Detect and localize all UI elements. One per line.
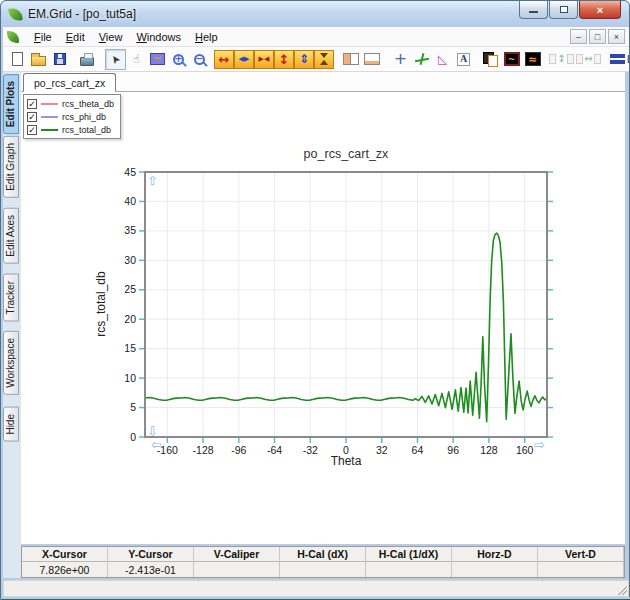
resize-grip[interactable] bbox=[616, 584, 627, 595]
pan-tool-button[interactable]: ☝ bbox=[126, 49, 147, 70]
mdi-restore-button[interactable]: □ bbox=[589, 29, 606, 44]
sidebar-tab-edit-axes[interactable]: Edit Axes bbox=[3, 208, 19, 264]
tile-h-icon: ↔ bbox=[575, 54, 601, 64]
title-bar[interactable]: EM.Grid - [po_tut5a] × bbox=[1, 1, 629, 27]
document-icon bbox=[7, 31, 19, 43]
tracker-value bbox=[194, 562, 280, 577]
checkbox-rcs_total_db[interactable]: ✓ bbox=[27, 125, 37, 135]
tracker-header: Horz-D bbox=[452, 547, 538, 562]
checkbox-rcs_phi_db[interactable]: ✓ bbox=[27, 112, 37, 122]
letter-a-icon: A bbox=[457, 53, 470, 66]
dark-plot-style-1-button[interactable]: ~ bbox=[501, 49, 522, 70]
rect-vsplit-icon bbox=[343, 53, 359, 65]
expand-x-button[interactable]: ↔ bbox=[214, 50, 234, 69]
mdi-minimize-button[interactable]: – bbox=[570, 29, 587, 44]
tracker-header: H-Cal (1/dX) bbox=[366, 547, 452, 562]
status-bar bbox=[3, 580, 629, 597]
tracker-header-row: X-CursorY-CursorV-CaliperH-Cal (dX)H-Cal… bbox=[22, 547, 624, 562]
triangle-icon: ◺ bbox=[438, 53, 447, 65]
pan-right-arrow-icon[interactable]: ⇨ bbox=[534, 437, 545, 452]
tracker-value: 7.826e+00 bbox=[22, 562, 108, 577]
new-document-button[interactable] bbox=[7, 49, 28, 70]
sidebar-tab-workspace[interactable]: Workspace bbox=[3, 331, 19, 395]
sidebar-tab-tracker[interactable]: Tracker bbox=[3, 274, 19, 322]
split-horizontal-button[interactable] bbox=[361, 49, 382, 70]
zoom-in-icon: + bbox=[173, 54, 184, 65]
shrink-x-button[interactable]: ◀▶ bbox=[234, 50, 254, 69]
tile-v-icon: ↕ bbox=[548, 54, 574, 64]
zoom-region-tool-button[interactable]: ~ bbox=[147, 49, 168, 70]
arrows-v-blue-icon: ⇕ bbox=[299, 53, 309, 65]
layout-label: Layou bbox=[627, 54, 629, 65]
pointer-tool-button[interactable]: ➤ bbox=[105, 49, 126, 70]
tile-horizontal-button: ↔ bbox=[578, 49, 599, 70]
arrows-v-red-icon: ↕ bbox=[279, 53, 290, 66]
y-tick-label: 45 bbox=[124, 166, 136, 178]
menu-view[interactable]: View bbox=[92, 29, 130, 45]
chart-title: po_rcs_cart_zx bbox=[145, 147, 547, 161]
dark-chart-2-icon: ≈ bbox=[525, 52, 541, 66]
save-button[interactable] bbox=[49, 49, 70, 70]
crosshair-tool-button[interactable]: + bbox=[390, 49, 411, 70]
restore-button[interactable] bbox=[549, 1, 578, 19]
app-icon bbox=[8, 7, 23, 22]
expand-y-button[interactable]: ↕ bbox=[274, 50, 294, 69]
cross-icon: + bbox=[394, 51, 407, 67]
mdi-close-button[interactable]: × bbox=[608, 29, 625, 44]
zoom-out-icon: − bbox=[194, 54, 205, 65]
menu-file[interactable]: File bbox=[27, 29, 59, 45]
menu-help[interactable]: Help bbox=[188, 29, 225, 45]
menu-edit[interactable]: Edit bbox=[59, 29, 92, 45]
toolbar: ➤☝~+−↔◀▶▶◀↕⇕+◺A~≈↕↔Layou bbox=[3, 47, 629, 72]
y-tick-label: 5 bbox=[130, 401, 136, 413]
legend-line-swatch bbox=[41, 103, 58, 105]
dark-plot-style-2-button[interactable]: ≈ bbox=[522, 49, 543, 70]
x-axis-label: Theta bbox=[145, 454, 547, 468]
pan-up-arrow-icon[interactable]: ⇧ bbox=[147, 173, 158, 188]
sidebar-tab-hide[interactable]: Hide bbox=[3, 407, 19, 442]
zoom-in-button[interactable]: + bbox=[168, 49, 189, 70]
y-axis-label: rcs_total_db bbox=[94, 271, 108, 336]
floppy-icon bbox=[54, 53, 66, 65]
pan-left-arrow-icon[interactable]: ⇦ bbox=[151, 437, 162, 452]
arrows-h-blue-icon: ◀▶ bbox=[239, 56, 250, 63]
tracker-value: -2.413e-01 bbox=[108, 562, 194, 577]
y-tick-label: 30 bbox=[124, 254, 136, 266]
angle-tool-button[interactable]: ◺ bbox=[432, 49, 453, 70]
y-tick-label: 20 bbox=[124, 313, 136, 325]
tracker-value bbox=[452, 562, 538, 577]
fit-y-button[interactable] bbox=[314, 50, 334, 69]
fit-x-button[interactable]: ▶◀ bbox=[254, 50, 274, 69]
zoom-out-button[interactable]: − bbox=[189, 49, 210, 70]
sidebar-tab-edit-graph[interactable]: Edit Graph bbox=[3, 136, 19, 198]
legend-item-rcs_total_db: ✓rcs_total_db bbox=[27, 123, 114, 136]
tracker-header: X-Cursor bbox=[22, 547, 108, 562]
document-tab-bar: po_rcs_cart_zx bbox=[21, 72, 625, 92]
split-vertical-button[interactable] bbox=[340, 49, 361, 70]
app-window: EM.Grid - [po_tut5a] × File Edit View Wi… bbox=[0, 0, 630, 600]
y-tick-label: 0 bbox=[130, 431, 136, 443]
layout-button[interactable]: Layou bbox=[607, 49, 629, 70]
overlay-windows-button[interactable] bbox=[480, 49, 501, 70]
text-annotation-button[interactable]: A bbox=[453, 49, 474, 70]
y-tick-label: 15 bbox=[124, 342, 136, 354]
shrink-y-button[interactable]: ⇕ bbox=[294, 50, 314, 69]
open-file-button[interactable] bbox=[28, 49, 49, 70]
printer-icon bbox=[80, 57, 94, 66]
tracker-value-row: 7.826e+00-2.413e-01 bbox=[22, 562, 624, 577]
overlay-icon bbox=[483, 52, 498, 67]
restore-icon bbox=[560, 6, 568, 13]
plot-canvas[interactable]: -160-128-96-64-3203264961281600510152025… bbox=[21, 92, 625, 544]
cursor-icon: ➤ bbox=[108, 52, 122, 66]
close-button[interactable]: × bbox=[579, 1, 621, 19]
axes-tool-button[interactable] bbox=[411, 49, 432, 70]
plot-legend: ✓rcs_theta_db✓rcs_phi_db✓rcs_total_db bbox=[23, 94, 121, 139]
sidebar-tab-edit-plots[interactable]: Edit Plots bbox=[3, 74, 19, 134]
menu-windows[interactable]: Windows bbox=[129, 29, 188, 45]
minimize-button[interactable] bbox=[519, 1, 548, 19]
checkbox-rcs_theta_db[interactable]: ✓ bbox=[27, 99, 37, 109]
print-button[interactable] bbox=[76, 49, 97, 70]
doc-tab-po-rcs-cart-zx[interactable]: po_rcs_cart_zx bbox=[23, 73, 116, 92]
dark-chart-1-icon: ~ bbox=[504, 52, 520, 66]
legend-line-swatch bbox=[41, 129, 58, 131]
